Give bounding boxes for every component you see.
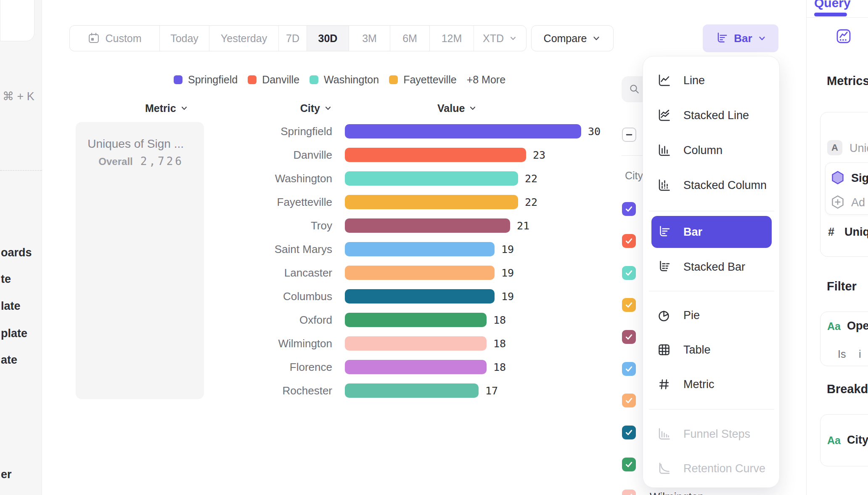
stacked-line-icon: [656, 108, 672, 123]
date-range-label: Custom: [105, 32, 141, 45]
city-checkbox-fayetteville[interactable]: [622, 298, 636, 312]
menu-item-label: Line: [683, 74, 705, 87]
menu-item-label: Metric: [683, 378, 715, 391]
menu-divider: [649, 211, 774, 211]
bar-troy[interactable]: [345, 218, 510, 233]
sidebar-item-fragment[interactable]: ate: [1, 354, 17, 367]
date-range-6m[interactable]: 6M: [390, 26, 429, 51]
city-checkbox-washington[interactable]: [622, 266, 636, 280]
legend-item-fayetteville[interactable]: Fayetteville: [389, 74, 456, 86]
filter-value-text: i: [859, 348, 861, 360]
legend-label: Washington: [324, 74, 379, 86]
check-icon: [624, 332, 634, 342]
city-checkbox-oxford[interactable]: [622, 458, 636, 471]
event-name-text[interactable]: Sig: [851, 172, 868, 185]
bar-category-label: Washington: [227, 167, 332, 190]
chevron-down-icon: [757, 34, 767, 43]
add-event-icon[interactable]: [830, 194, 845, 210]
date-range-xtd[interactable]: XTD: [474, 26, 526, 51]
city-checkbox-saint-marys[interactable]: [622, 362, 636, 376]
stacked-column-icon: [656, 178, 672, 193]
city-checkbox-danville[interactable]: [622, 234, 636, 248]
menu-item-label: Bar: [683, 226, 702, 239]
date-range-label: 12M: [442, 32, 462, 45]
sidebar-item-fragment[interactable]: plate: [1, 327, 27, 340]
date-range-12m[interactable]: 12M: [429, 26, 474, 51]
legend-more-link[interactable]: +8 More: [467, 74, 505, 86]
bar-fayetteville[interactable]: [345, 195, 518, 209]
bar-florence[interactable]: [345, 360, 487, 374]
bar-columbus[interactable]: [345, 289, 495, 303]
table-icon: [656, 342, 672, 357]
metric-type-text: Uniq: [849, 142, 868, 155]
metric-summary-card[interactable]: Uniques of Sign ... Overall 2,726: [76, 122, 204, 399]
insights-chart-icon[interactable]: [835, 28, 852, 45]
city-checkbox-troy[interactable]: [622, 330, 636, 344]
menu-item-label: Stacked Column: [683, 179, 767, 192]
date-range-custom[interactable]: Custom: [70, 26, 159, 51]
city-checkbox-label[interactable]: Wilmington: [650, 490, 704, 495]
legend-swatch: [310, 75, 318, 84]
bar-category-label: Lancaster: [227, 261, 332, 285]
tab-query[interactable]: Query: [814, 0, 851, 10]
city-filter-label: City: [625, 170, 643, 182]
city-checkbox-columbus[interactable]: [622, 426, 636, 439]
city-checkbox-wilmington[interactable]: [622, 490, 636, 495]
unique-prefix: #: [828, 226, 834, 239]
chart-type-menu: LineStacked LineColumnStacked ColumnBarS…: [643, 56, 780, 488]
column-header-value[interactable]: Value: [437, 101, 477, 115]
legend-item-springfield[interactable]: Springfield: [174, 74, 238, 86]
bar-washington[interactable]: [345, 171, 518, 186]
compare-button[interactable]: Compare: [531, 25, 614, 51]
legend-item-danville[interactable]: Danville: [248, 74, 299, 86]
bar-value-label: 17: [485, 379, 498, 402]
chart-type-button[interactable]: Bar: [703, 24, 778, 52]
bar-oxford[interactable]: [345, 313, 487, 327]
bar-category-label: Rochester: [227, 379, 332, 402]
legend-label: Fayetteville: [403, 74, 456, 86]
select-all-checkbox[interactable]: [622, 128, 636, 142]
date-range-today[interactable]: Today: [159, 26, 209, 51]
add-event-text[interactable]: Ad: [851, 196, 865, 209]
city-checkbox-springfield[interactable]: [622, 202, 636, 216]
bar-value-label: 23: [533, 143, 545, 167]
bar-danville[interactable]: [345, 148, 526, 162]
date-range-label: 7D: [286, 32, 299, 45]
sidebar-item-fragment[interactable]: late: [1, 300, 21, 313]
chevron-down-icon: [592, 34, 601, 43]
date-range-30d[interactable]: 30D: [307, 26, 349, 51]
overall-label: Overall: [98, 156, 132, 168]
bar-wilmington[interactable]: [345, 336, 487, 351]
event-hexagon-icon: [830, 170, 845, 185]
sidebar-divider: [0, 170, 42, 171]
legend-swatch: [174, 75, 183, 84]
bar-springfield[interactable]: [345, 124, 581, 138]
bar-category-label: Saint Marys: [227, 237, 332, 261]
legend-item-washington[interactable]: Washington: [310, 74, 379, 86]
stacked-bar-icon: [656, 259, 672, 274]
minus-icon: [625, 130, 634, 139]
column-header-city[interactable]: City: [236, 101, 332, 115]
metric-type-badge[interactable]: A: [827, 140, 842, 155]
sidebar-item-fragment[interactable]: te: [1, 273, 11, 286]
bar-value-label: 22: [525, 190, 537, 214]
sidebar-item-fragment[interactable]: oards: [1, 246, 32, 259]
sidebar-item-fragment[interactable]: er: [1, 468, 12, 481]
check-icon: [624, 396, 634, 405]
breakdown-heading: Breakdown: [827, 382, 868, 396]
city-checkbox-lancaster[interactable]: [622, 394, 636, 407]
bar-saint-marys[interactable]: [345, 242, 495, 256]
bar-lancaster[interactable]: [345, 266, 495, 280]
sidebar-search-box-partial[interactable]: [0, 0, 34, 41]
column-header-metric[interactable]: Metric: [145, 101, 188, 115]
date-range-label: 30D: [318, 32, 338, 45]
menu-item-label: Stacked Line: [683, 109, 749, 122]
menu-item-label: Stacked Bar: [683, 261, 745, 274]
date-range-7d[interactable]: 7D: [278, 26, 307, 51]
calendar-icon: [87, 32, 100, 45]
date-range-label: 6M: [402, 32, 417, 45]
bar-value-label: 22: [525, 167, 537, 190]
bar-rochester[interactable]: [345, 383, 479, 398]
date-range-yesterday[interactable]: Yesterday: [209, 26, 278, 51]
date-range-3m[interactable]: 3M: [349, 26, 390, 51]
